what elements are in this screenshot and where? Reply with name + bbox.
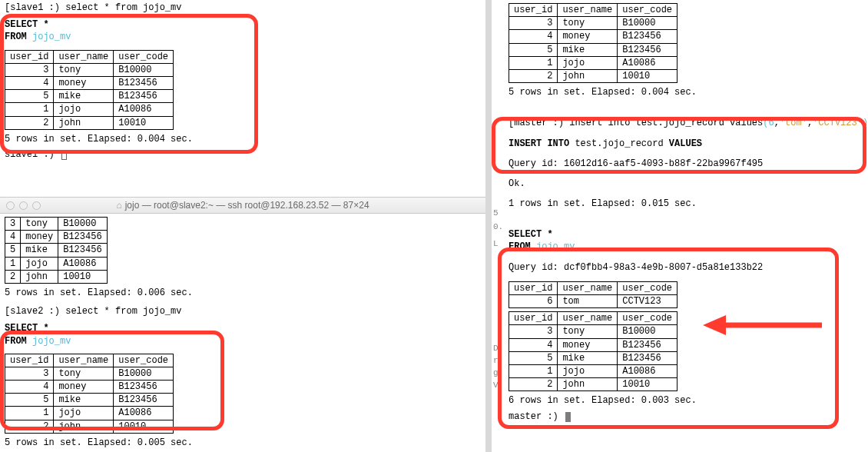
cursor-icon bbox=[61, 151, 67, 160]
table-row: 2john10010 bbox=[509, 69, 678, 82]
pane-slave2: ⌂jojo — root@slave2:~ — ssh root@192.168… bbox=[0, 197, 485, 452]
table-row: 5mikeB123456 bbox=[509, 351, 678, 364]
cursor-icon bbox=[565, 412, 571, 422]
table-row: 1jojoA10086 bbox=[5, 407, 174, 420]
slave2-top-table: 3tonyB10000 4moneyB123456 5mikeB123456 1… bbox=[5, 217, 108, 284]
col-user-id: user_id bbox=[509, 312, 558, 325]
ok-text: Ok. bbox=[509, 178, 863, 190]
col-user-code: user_code bbox=[114, 354, 174, 367]
col-user-code: user_code bbox=[618, 281, 678, 294]
col-user-name: user_name bbox=[558, 4, 618, 17]
slave2-top-status: 5 rows in set. Elapsed: 0.006 sec. bbox=[5, 287, 481, 299]
slave1-status: 5 rows in set. Elapsed: 0.004 sec. bbox=[5, 133, 481, 145]
slave2-prompt[interactable]: [slave2 :) select * from jojo_mv bbox=[5, 305, 481, 317]
table-ref: jojo_mv bbox=[32, 32, 71, 42]
col-user-id: user_id bbox=[509, 4, 558, 17]
table-row: 5mikeB123456 bbox=[509, 43, 678, 56]
col-user-code: user_code bbox=[618, 4, 678, 17]
slave1-prompt[interactable]: [slave1 :) select * from jojo_mv bbox=[5, 2, 481, 14]
window-title: ⌂jojo — root@slave2:~ — ssh root@192.168… bbox=[0, 199, 485, 211]
pane-slave1: [slave1 :) select * from jojo_mv SELECT … bbox=[0, 0, 485, 197]
col-user-id: user_id bbox=[509, 281, 558, 294]
table-ref: jojo_mv bbox=[536, 241, 575, 252]
window-titlebar[interactable]: ⌂jojo — root@slave2:~ — ssh root@192.168… bbox=[0, 197, 485, 214]
table-row: 2john10010 bbox=[5, 420, 174, 433]
pane-master: 5 0. L D r g V user_id user_name user_co… bbox=[492, 0, 868, 452]
col-user-name: user_name bbox=[54, 50, 114, 63]
from-kw: FROM bbox=[509, 241, 536, 252]
col-user-id: user_id bbox=[5, 354, 54, 367]
col-user-code: user_code bbox=[618, 312, 678, 325]
table-row: 5mikeB123456 bbox=[5, 394, 174, 407]
col-user-name: user_name bbox=[558, 312, 618, 325]
table-row: 3tonyB10000 bbox=[509, 325, 678, 338]
table-row: 3tonyB10000 bbox=[5, 218, 108, 231]
query-id-select: Query id: dcf0fbb4-98a3-4e9b-8007-d5a81e… bbox=[509, 261, 863, 274]
table-row-new: 6tomCCTV123 bbox=[509, 295, 678, 308]
slave1-result-table: user_id user_name user_code 3tonyB10000 … bbox=[5, 50, 174, 130]
table-row: 1jojoA10086 bbox=[509, 364, 678, 377]
select-kw: SELECT * bbox=[5, 19, 49, 30]
table-row: 2john10010 bbox=[509, 378, 678, 391]
table-row: 5mikeB123456 bbox=[5, 244, 108, 257]
master-top-status: 5 rows in set. Elapsed: 0.004 sec. bbox=[509, 86, 863, 98]
table-row: 1jojoA10086 bbox=[5, 257, 108, 270]
select-kw: SELECT * bbox=[5, 323, 49, 334]
master-final-status: 6 rows in set. Elapsed: 0.003 sec. bbox=[509, 394, 863, 407]
from-kw: FROM bbox=[5, 32, 32, 42]
table-row: 2john10010 bbox=[5, 270, 108, 283]
table-row: 4moneyB123456 bbox=[5, 381, 174, 394]
table-row: 1jojoA10086 bbox=[509, 56, 678, 69]
table-row: 5mikeB123456 bbox=[5, 90, 174, 103]
slave2-result-table: user_id user_name user_code 3tonyB10000 … bbox=[5, 354, 174, 434]
from-kw: FROM bbox=[5, 336, 32, 347]
col-user-code: user_code bbox=[114, 50, 174, 63]
master-top-table: user_id user_name user_code 3tonyB10000 … bbox=[509, 3, 678, 83]
slave2-bottom-status: 5 rows in set. Elapsed: 0.005 sec. bbox=[5, 437, 481, 449]
table-row: 4moneyB123456 bbox=[509, 338, 678, 351]
master-insert-prompt[interactable]: [master :) insert into test.jojo_record … bbox=[509, 117, 863, 129]
col-user-name: user_name bbox=[54, 354, 114, 367]
table-row: 2john10010 bbox=[5, 116, 174, 129]
table-row: 4moneyB123456 bbox=[5, 76, 174, 89]
query-id-insert: Query id: 16012d16-aaf5-4093-b88f-22ba99… bbox=[509, 158, 863, 170]
insert-echo: INSERT INTO test.jojo_record VALUES bbox=[509, 138, 863, 150]
table-row: 1jojoA10086 bbox=[5, 103, 174, 116]
select-kw: SELECT * bbox=[509, 229, 553, 240]
gutter: 5 0. L D r g V bbox=[492, 0, 505, 452]
master-full-table: user_id user_name user_code 3tonyB10000 … bbox=[509, 311, 678, 391]
table-row: 4moneyB123456 bbox=[509, 30, 678, 43]
table-row: 4moneyB123456 bbox=[5, 231, 108, 244]
table-ref: jojo_mv bbox=[32, 336, 71, 347]
col-user-name: user_name bbox=[558, 281, 618, 294]
table-row: 3tonyB10000 bbox=[5, 367, 174, 380]
col-user-id: user_id bbox=[5, 50, 54, 63]
slave1-next-prompt[interactable]: slave1 :) bbox=[5, 148, 481, 161]
rows-insert: 1 rows in set. Elapsed: 0.015 sec. bbox=[509, 198, 863, 210]
master-newrow-table: user_id user_name user_code 6tomCCTV123 bbox=[509, 281, 678, 308]
home-icon: ⌂ bbox=[116, 199, 121, 211]
master-next-prompt[interactable]: master :) bbox=[509, 410, 863, 423]
table-row: 3tonyB10000 bbox=[5, 63, 174, 76]
table-row: 3tonyB10000 bbox=[509, 17, 678, 30]
